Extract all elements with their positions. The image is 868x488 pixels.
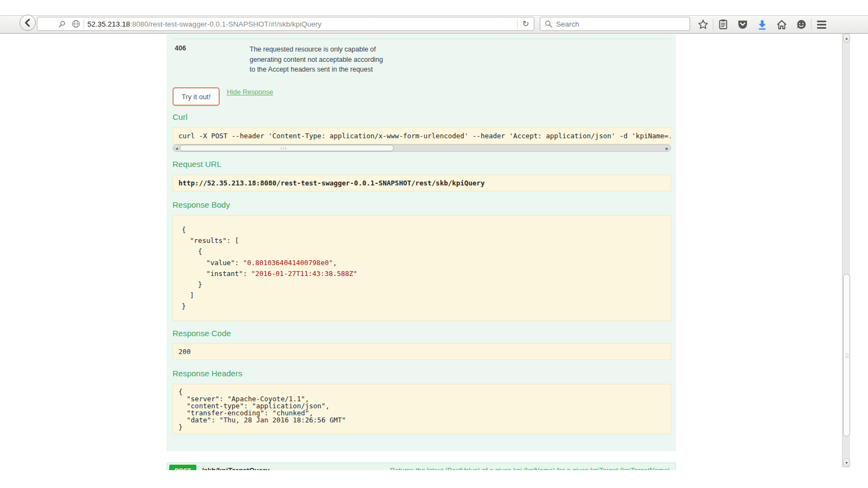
curl-heading: Curl [173, 112, 188, 121]
scrollbar-grip-icon [845, 354, 849, 358]
response-message-reason: The requested resource is only capable o… [250, 44, 386, 75]
curl-command-box[interactable]: curl -X POST --header 'Content-Type: app… [173, 127, 671, 144]
response-message-code: 406 [175, 44, 186, 52]
hscroll-grip-icon [281, 147, 286, 150]
hscroll-left-arrow-icon[interactable]: ◀ [174, 145, 180, 151]
vertical-scrollbar-thumb[interactable] [843, 274, 850, 436]
search-placeholder: Search [556, 20, 579, 28]
next-operation-summary[interactable]: Returns the latest (BestValue) of a give… [390, 467, 670, 470]
hamburger-icon [817, 21, 826, 29]
json-line: "instant": "2016-01-27T11:43:38.588Z" [182, 268, 662, 279]
scroll-down-button[interactable]: ▼ [843, 458, 850, 467]
post-method-badge: POST [169, 465, 196, 470]
keyhole-search-icon[interactable] [58, 20, 66, 28]
json-line: "results": [ [182, 235, 662, 246]
curl-horizontal-scrollbar[interactable]: ◀ ▶ [173, 144, 671, 152]
response-headers-json: { "server": "Apache-Coyote/1.1", "conten… [178, 388, 665, 431]
json-line: { [182, 224, 662, 235]
json-line: "value": "0.8010364041400798e0", [182, 258, 662, 268]
home-icon [776, 20, 787, 30]
request-url-heading: Request URL [173, 159, 221, 169]
json-line: } [182, 279, 662, 290]
json-line: { [182, 246, 662, 257]
url-text[interactable]: 52.35.213.18:8080/rest-test-swagger-0.0.… [87, 20, 517, 28]
back-button[interactable] [20, 15, 36, 31]
hscroll-thumb[interactable] [180, 145, 394, 151]
menu-button[interactable] [812, 16, 831, 33]
response-code-heading: Response Code [173, 329, 231, 338]
smiley-chat-icon [796, 19, 807, 30]
next-operation-path[interactable]: /skb/kpiTargetQuery [202, 466, 270, 470]
url-bar[interactable]: 52.35.213.18:8080/rest-test-swagger-0.0.… [37, 17, 534, 31]
response-body-heading: Response Body [173, 200, 230, 209]
json-line: } [182, 301, 662, 312]
response-body-box: { "results": [ { "value": "0.80103640414… [173, 215, 671, 321]
globe-site-icon[interactable] [72, 20, 80, 28]
vertical-scrollbar[interactable]: ▲ ▼ [842, 34, 850, 467]
url-path: :8080/rest-test-swagger-0.0.1-SNAPSHOT/#… [130, 20, 322, 28]
browser-toolbar: 52.35.213.18:8080/rest-test-swagger-0.0.… [0, 15, 868, 34]
browser-window: 52.35.213.18:8080/rest-test-swagger-0.0.… [0, 0, 868, 488]
response-headers-box: { "server": "Apache-Coyote/1.1", "conten… [173, 384, 671, 434]
try-it-out-button[interactable]: Try it out! [173, 87, 220, 106]
response-code-box: 200 [173, 343, 671, 360]
reload-icon[interactable]: ↻ [518, 19, 534, 29]
next-operation-row-clipped: POST /skb/kpiTargetQuery Returns the lat… [167, 463, 676, 470]
response-headers-heading: Response Headers [173, 369, 242, 378]
urlbar-divider [84, 19, 84, 29]
pocket-icon [737, 20, 748, 30]
request-url-box: http://52.35.213.18:8080/rest-test-swagg… [173, 175, 671, 191]
clipboard-icon [718, 19, 728, 30]
bookmarks-menu-button[interactable] [713, 16, 733, 33]
swagger-operation-panel: 406 The requested resource is only capab… [167, 34, 676, 451]
search-bar[interactable]: Search [540, 17, 690, 31]
star-icon [698, 19, 709, 30]
home-button[interactable] [772, 16, 792, 33]
hello-chat-button[interactable] [792, 16, 811, 33]
url-host: 52.35.213.18 [87, 20, 130, 28]
hscroll-right-arrow-icon[interactable]: ▶ [664, 145, 670, 151]
response-message-separator [173, 38, 671, 39]
scroll-up-button[interactable]: ▲ [843, 34, 850, 43]
hide-response-link[interactable]: Hide Response [227, 88, 273, 96]
bookmark-star-button[interactable] [693, 16, 713, 33]
pocket-button[interactable] [733, 16, 752, 33]
downloads-button[interactable] [752, 16, 772, 33]
download-arrow-icon [757, 20, 767, 30]
search-icon [545, 20, 552, 28]
toolbar-buttons [693, 16, 831, 33]
json-line: ] [182, 290, 662, 301]
next-operation-row[interactable]: POST /skb/kpiTargetQuery Returns the lat… [167, 463, 676, 470]
back-arrow-icon [23, 18, 32, 27]
